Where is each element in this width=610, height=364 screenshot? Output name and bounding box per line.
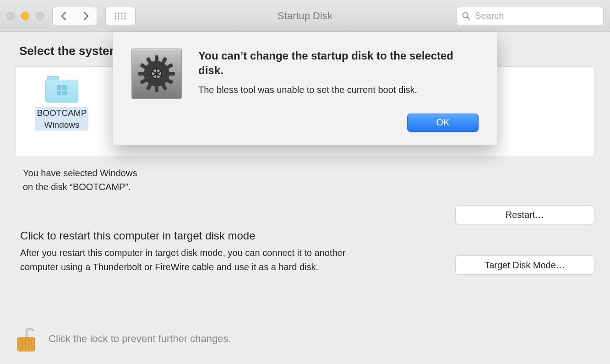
disk-label: BOOTCAMP Windows: [35, 107, 89, 130]
unlocked-lock-icon: [16, 324, 37, 354]
svg-point-7: [124, 15, 125, 16]
ok-button[interactable]: OK: [407, 114, 479, 132]
svg-point-12: [463, 12, 468, 17]
search-field-wrapper[interactable]: [456, 7, 604, 25]
restart-button[interactable]: Restart…: [455, 205, 594, 224]
dialog-message: The bless tool was unable to set the cur…: [198, 85, 479, 95]
zoom-window-button[interactable]: [36, 12, 44, 20]
svg-rect-24: [169, 72, 175, 76]
svg-point-1: [118, 12, 119, 14]
back-button[interactable]: [53, 7, 75, 25]
error-dialog: You can’t change the startup disk to the…: [113, 32, 497, 145]
target-disk-description: After you restart this computer in targe…: [20, 246, 377, 274]
target-disk-heading: Click to restart this computer in target…: [20, 229, 594, 242]
lock-button[interactable]: [16, 324, 37, 354]
gear-icon: [137, 54, 176, 93]
svg-rect-21: [155, 55, 158, 62]
system-preferences-icon: [131, 49, 182, 99]
svg-point-0: [114, 12, 116, 14]
disk-label-line1: BOOTCAMP: [37, 108, 87, 118]
close-window-button[interactable]: [6, 12, 15, 20]
windows-logo-icon: [57, 85, 67, 95]
svg-point-4: [114, 15, 116, 16]
search-input[interactable]: [475, 11, 598, 21]
svg-point-8: [114, 18, 116, 19]
selection-status: You have selected Windows on the disk “B…: [23, 166, 594, 194]
svg-rect-30: [138, 72, 145, 76]
titlebar: Startup Disk: [0, 0, 610, 32]
chevron-left-icon: [60, 11, 67, 21]
selection-status-line1: You have selected Windows: [23, 166, 594, 180]
forward-button[interactable]: [75, 7, 97, 25]
dialog-icon-wrap: [131, 49, 182, 99]
svg-point-9: [118, 18, 119, 19]
minimize-window-button[interactable]: [21, 12, 29, 20]
svg-point-2: [121, 12, 122, 14]
disk-item-bootcamp[interactable]: BOOTCAMP Windows: [26, 80, 98, 130]
dialog-title: You can’t change the startup disk to the…: [198, 49, 479, 78]
svg-line-13: [468, 17, 470, 19]
chevron-right-icon: [83, 11, 89, 21]
folder-icon: [45, 80, 78, 103]
selection-status-line2: on the disk “BOOTCAMP”.: [23, 180, 594, 194]
target-disk-mode-button[interactable]: Target Disk Mode…: [455, 255, 594, 275]
lock-row: Click the lock to prevent further change…: [16, 324, 231, 354]
grid-icon: [114, 12, 127, 20]
dialog-actions: OK: [198, 114, 479, 132]
show-all-button[interactable]: [105, 7, 136, 25]
svg-point-3: [124, 12, 125, 14]
lock-text: Click the lock to prevent further change…: [49, 333, 231, 345]
dialog-body: You can’t change the startup disk to the…: [198, 49, 479, 132]
search-icon: [462, 11, 470, 21]
svg-point-6: [121, 15, 122, 16]
disk-label-line2: Windows: [37, 119, 87, 131]
svg-rect-27: [155, 86, 158, 92]
window-controls: [6, 12, 44, 20]
nav-back-forward: [52, 7, 97, 25]
svg-point-5: [118, 15, 119, 16]
svg-point-11: [124, 18, 125, 19]
svg-point-10: [121, 18, 122, 19]
